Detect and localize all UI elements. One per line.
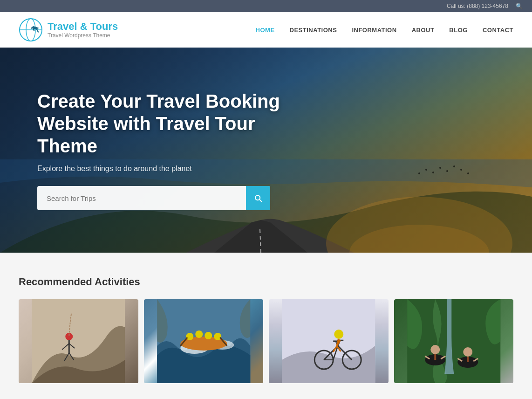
nav-blog[interactable]: BLOG	[449, 27, 468, 34]
nav-home[interactable]: HOME	[256, 27, 275, 34]
logo-subtitle: Travel Wordpress Theme	[48, 32, 118, 39]
nav-destinations[interactable]: DESTINATIONS	[290, 27, 337, 34]
activity-card-tubing-img	[394, 299, 514, 383]
svg-point-7	[439, 167, 441, 169]
activities-title: Recommended Activities	[19, 276, 513, 288]
topbar-search-icon[interactable]: 🔍	[516, 3, 523, 9]
activity-card-rafting-img	[144, 299, 264, 383]
svg-point-8	[446, 170, 448, 172]
svg-point-4	[418, 172, 420, 174]
search-icon	[253, 193, 263, 203]
svg-point-52	[463, 347, 472, 357]
activities-grid	[19, 299, 513, 383]
svg-point-9	[453, 165, 455, 167]
search-button[interactable]	[246, 186, 270, 210]
activity-card-rafting[interactable]	[144, 299, 264, 383]
svg-point-42	[334, 330, 343, 339]
topbar: Call us: (888) 123-45678 🔍	[0, 0, 532, 12]
search-input[interactable]	[37, 188, 246, 209]
logo-icon	[19, 18, 43, 42]
hero-content: Create Your Travel Booking Website with …	[0, 90, 326, 210]
hero-title: Create Your Travel Booking Website with …	[37, 90, 289, 157]
svg-point-28	[214, 333, 221, 340]
hero-section: Create Your Travel Booking Website with …	[0, 48, 532, 253]
phone-label: Call us: (888) 123-45678	[447, 3, 508, 9]
svg-rect-47	[407, 299, 500, 383]
svg-point-5	[425, 169, 427, 171]
search-bar	[37, 186, 270, 210]
activity-card-tubing[interactable]	[394, 299, 514, 383]
activity-card-climbing-img	[19, 299, 138, 383]
logo-title: Travel & Tours	[48, 21, 118, 32]
logo: Travel & Tours Travel Wordpress Theme	[19, 18, 118, 42]
activity-card-climbing[interactable]	[19, 299, 138, 383]
nav-information[interactable]: INFORMATION	[352, 27, 396, 34]
svg-point-26	[195, 330, 203, 338]
site-header: Travel & Tours Travel Wordpress Theme HO…	[0, 12, 532, 48]
nav-contact[interactable]: CONTACT	[483, 27, 513, 34]
svg-point-49	[430, 345, 440, 354]
hero-subtitle: Explore the best things to do around the…	[37, 165, 289, 173]
nav-about[interactable]: ABOUT	[412, 27, 435, 34]
main-nav: HOME DESTINATIONS INFORMATION ABOUT BLOG…	[256, 27, 513, 34]
svg-point-6	[432, 172, 434, 173]
activity-card-biking[interactable]	[269, 299, 389, 383]
activity-card-biking-img	[269, 299, 389, 383]
activities-section: Recommended Activities	[0, 253, 532, 397]
svg-point-10	[460, 169, 462, 171]
svg-point-27	[205, 332, 212, 339]
svg-point-11	[467, 172, 469, 174]
svg-point-25	[186, 333, 193, 340]
